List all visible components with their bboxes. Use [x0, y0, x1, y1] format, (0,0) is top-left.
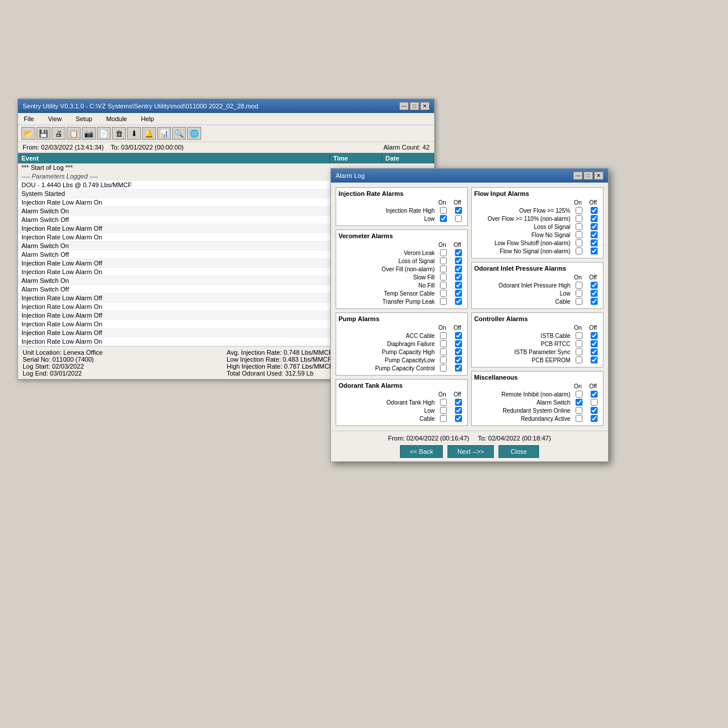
close-button[interactable]: Close: [498, 445, 539, 458]
injection-low-off-cb[interactable]: [455, 215, 462, 222]
istb-param-on-cb[interactable]: [576, 348, 583, 355]
inlet-low-off-cb[interactable]: [591, 290, 598, 297]
flow-no-signal-off-cb[interactable]: [591, 231, 598, 238]
overflow-125-on-cb[interactable]: [576, 207, 583, 214]
verom-leak-off-cb[interactable]: [455, 249, 462, 256]
temp-sensor-off-cb[interactable]: [455, 290, 462, 297]
maximize-button[interactable]: □: [410, 102, 419, 110]
alarm-close-title-btn[interactable]: ✕: [594, 172, 603, 180]
toolbar-save-btn[interactable]: 💾: [37, 127, 50, 140]
injection-high-off-cb[interactable]: [455, 207, 462, 214]
redundant-online-off-cb[interactable]: [591, 407, 598, 414]
alarm-minimize-btn[interactable]: —: [573, 172, 583, 180]
pump-cap-low-off-cb[interactable]: [455, 356, 462, 363]
acc-cable-off-cb[interactable]: [455, 332, 462, 339]
menu-module[interactable]: Module: [103, 114, 130, 123]
flow-no-signal-noalarm-on-cb[interactable]: [576, 247, 583, 254]
tank-low-off-cb[interactable]: [455, 407, 462, 414]
menu-setup[interactable]: Setup: [72, 114, 96, 123]
row-event: Injection Rate Low Alarm On: [18, 337, 330, 346]
tank-cable-off-cb[interactable]: [455, 415, 462, 422]
verom-loss-off-cb[interactable]: [455, 257, 462, 264]
toolbar-alarm-btn[interactable]: 🔔: [142, 127, 156, 140]
overflow-110-label: Over Flow >= 110% (non-alarm): [474, 216, 573, 222]
toolbar-filter-btn[interactable]: ⬇: [127, 127, 141, 140]
alarm-switch-on-cb[interactable]: [576, 399, 583, 406]
next-button[interactable]: Next -->>: [447, 445, 494, 458]
tank-cable-on-cb[interactable]: [440, 415, 447, 422]
transfer-pump-off-cb[interactable]: [455, 298, 462, 305]
toolbar-log-btn[interactable]: 📊: [157, 127, 171, 140]
pump-cap-high-on-cb[interactable]: [440, 348, 447, 355]
overflow-110-on-cb[interactable]: [576, 215, 583, 222]
over-fill-off-cb[interactable]: [455, 265, 462, 272]
remote-inhibit-on-cb[interactable]: [576, 391, 583, 398]
inlet-cable-off-cb[interactable]: [591, 298, 598, 305]
low-flow-shutoff-on-cb[interactable]: [576, 239, 583, 246]
toolbar-camera-btn[interactable]: 📷: [82, 127, 96, 140]
no-fill-off-cb[interactable]: [455, 282, 462, 289]
flow-loss-off-cb[interactable]: [591, 223, 598, 230]
close-main-button[interactable]: ✕: [420, 102, 429, 110]
transfer-pump-on-cb[interactable]: [440, 298, 447, 305]
alarm-maximize-btn[interactable]: □: [584, 172, 593, 180]
toolbar-delete-btn[interactable]: 🗑: [112, 127, 126, 140]
flow-no-signal-on-cb[interactable]: [576, 231, 583, 238]
controller-alarms-section: Controller Alarms On Off ISTB Cable PCB …: [471, 312, 603, 367]
pump-cap-low-on-cb[interactable]: [440, 356, 447, 363]
redundant-online-on-cb[interactable]: [576, 407, 583, 414]
toolbar-report-btn[interactable]: 📋: [67, 127, 81, 140]
alarm-count-label: Alarm Count: 42: [384, 144, 429, 151]
istb-cable-off-cb[interactable]: [591, 332, 598, 339]
redundancy-active-on-cb[interactable]: [576, 415, 583, 422]
overflow-125-off-cb[interactable]: [591, 207, 598, 214]
slow-fill-off-cb[interactable]: [455, 274, 462, 281]
toolbar-globe-btn[interactable]: 🌐: [187, 127, 201, 140]
istb-param-off-cb[interactable]: [591, 348, 598, 355]
minimize-button[interactable]: —: [399, 102, 409, 110]
diaphragm-on-cb[interactable]: [440, 340, 447, 347]
menu-file[interactable]: File: [20, 114, 38, 123]
flow-no-signal-noalarm-off-cb[interactable]: [591, 247, 598, 254]
inlet-cable-on-cb[interactable]: [576, 298, 583, 305]
toolbar-print-btn[interactable]: 🖨: [52, 127, 65, 140]
toolbar-search-btn[interactable]: 🔍: [172, 127, 186, 140]
pcb-eeprom-on-cb[interactable]: [576, 356, 583, 363]
remote-inhibit-off-cb[interactable]: [591, 391, 598, 398]
no-fill-on-cb[interactable]: [440, 282, 447, 289]
toolbar-btn6[interactable]: 📄: [97, 127, 111, 140]
pump-cap-ctrl-on-cb[interactable]: [440, 365, 447, 372]
inlet-high-label: Odorant Inlet Pressure High: [474, 282, 573, 289]
diaphragm-off-cb[interactable]: [455, 340, 462, 347]
temp-sensor-on-cb[interactable]: [440, 290, 447, 297]
menu-view[interactable]: View: [45, 114, 65, 123]
low-flow-shutoff-off-cb[interactable]: [591, 239, 598, 246]
injection-high-on-cb[interactable]: [440, 207, 447, 214]
pcb-eeprom-off-cb[interactable]: [591, 356, 598, 363]
tank-low-on-cb[interactable]: [440, 407, 447, 414]
pcb-rtcc-off-cb[interactable]: [591, 340, 598, 347]
overflow-110-off-cb[interactable]: [591, 215, 598, 222]
pump-cap-high-off-cb[interactable]: [455, 348, 462, 355]
istb-cable-on-cb[interactable]: [576, 332, 583, 339]
alarm-switch-off-cb[interactable]: [591, 399, 598, 406]
inlet-high-on-cb[interactable]: [576, 282, 583, 289]
injection-low-on-cb[interactable]: [440, 215, 447, 222]
inlet-low-on-cb[interactable]: [576, 290, 583, 297]
tank-high-off-cb[interactable]: [455, 399, 462, 406]
acc-cable-on-cb[interactable]: [440, 332, 447, 339]
flow-loss-on-cb[interactable]: [576, 223, 583, 230]
back-button[interactable]: << Back: [400, 445, 443, 458]
slow-fill-on-cb[interactable]: [440, 274, 447, 281]
tank-high-on-cb[interactable]: [440, 399, 447, 406]
pcb-rtcc-on-cb[interactable]: [576, 340, 583, 347]
over-fill-on-cb[interactable]: [440, 265, 447, 272]
inlet-high-off-cb[interactable]: [591, 282, 598, 289]
toolbar-open-btn[interactable]: 📂: [21, 127, 35, 140]
pump-cap-ctrl-off-cb[interactable]: [455, 365, 462, 372]
redundancy-active-off-cb[interactable]: [591, 415, 598, 422]
col-time: Time: [330, 153, 382, 163]
verom-loss-on-cb[interactable]: [440, 257, 447, 264]
menu-help[interactable]: Help: [137, 114, 158, 123]
verom-leak-on-cb[interactable]: [440, 249, 447, 256]
